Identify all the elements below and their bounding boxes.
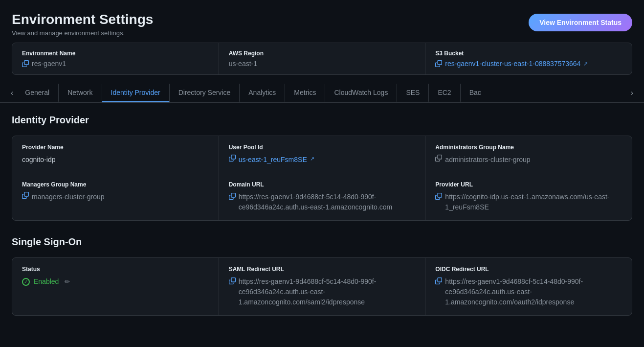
managers-group-name-value: managers-cluster-group [22,192,209,202]
sso-status-cell: Status ✓ Enabled ✏ [12,258,219,315]
tab-list: General Network Identity Provider Direct… [16,84,627,102]
oidc-redirect-url-cell: OIDC Redirect URL https://res-gaenv1-9d4… [425,258,632,315]
copy-icon-admin[interactable] [435,155,442,162]
aws-region-label: AWS Region [229,50,416,57]
tab-scroll-right[interactable]: › [628,85,636,101]
identity-provider-section: Identity Provider Provider Name cognito-… [12,115,632,221]
provider-url: https://cognito-idp.us-east-1.amazonaws.… [445,192,622,212]
copy-icon-pool[interactable] [229,155,236,162]
saml-redirect-url-cell: SAML Redirect URL https://res-gaenv1-9d4… [219,258,426,315]
provider-url-label: Provider URL [435,181,622,188]
domain-url: https://res-gaenv1-9d4688cf-5c14-48d0-99… [239,192,416,212]
env-name: res-gaenv1 [32,60,66,68]
page-title: Environment Settings [12,12,153,27]
copy-icon-s3[interactable] [435,60,442,67]
sso-status-text: Enabled [34,277,59,287]
user-pool-id-link[interactable]: us-east-1_reuFsm8SE [239,155,307,165]
provider-name-label: Provider Name [22,144,209,151]
provider-url-value: https://cognito-idp.us-east-1.amazonaws.… [435,192,622,212]
managers-group-name-label: Managers Group Name [22,181,209,188]
tab-general[interactable]: General [16,84,59,102]
tab-scroll-left[interactable]: ‹ [8,85,16,101]
aws-region-cell: AWS Region us-east-1 [219,43,426,74]
copy-icon-oidc[interactable] [435,278,442,284]
provider-name-cell: Provider Name cognito-idp [12,136,219,173]
user-pool-id-cell: User Pool Id us-east-1_reuFsm8SE ↗ [219,136,426,173]
view-environment-status-button[interactable]: View Environment Status [529,14,632,31]
identity-provider-row-2: Managers Group Name managers-cluster-gro… [12,173,632,220]
saml-redirect-url-label: SAML Redirect URL [229,266,416,273]
managers-group-name-cell: Managers Group Name managers-cluster-gro… [12,173,219,220]
tab-network[interactable]: Network [59,84,102,102]
copy-icon-managers[interactable] [22,192,29,199]
domain-url-label: Domain URL [229,181,416,188]
identity-provider-row-1: Provider Name cognito-idp User Pool Id u… [12,136,632,173]
oidc-redirect-url-label: OIDC Redirect URL [435,266,622,273]
edit-status-icon[interactable]: ✏ [65,277,70,287]
s3-bucket-link[interactable]: res-gaenv1-cluster-us-east-1-08883757366… [445,60,580,68]
s3-bucket-value: res-gaenv1-cluster-us-east-1-08883757366… [435,60,622,68]
status-enabled-indicator: ✓ Enabled ✏ [22,277,70,287]
user-pool-id-value: us-east-1_reuFsm8SE ↗ [229,155,416,165]
admin-group-name-cell: Administrators Group Name administrators… [425,136,632,173]
env-name-label: Environment Name [22,50,209,57]
copy-icon-domain[interactable] [229,193,236,200]
tab-metrics[interactable]: Metrics [285,84,325,102]
single-sign-on-section: Single Sign-On Status ✓ Enabled ✏ [12,236,632,316]
copy-icon-provider[interactable] [435,193,442,200]
domain-url-cell: Domain URL https://res-gaenv1-9d4688cf-5… [219,173,426,220]
environment-info-bar: Environment Name res-gaenv1 AWS Region u… [12,43,632,75]
status-check-mark: ✓ [24,278,28,285]
admin-group-name: administrators-cluster-group [445,155,530,165]
user-pool-id-label: User Pool Id [229,144,416,151]
external-link-icon: ↗ [583,61,588,67]
oidc-redirect-url-value: https://res-gaenv1-9d4688cf-5c14-48d0-99… [435,277,622,307]
aws-region-value: us-east-1 [229,60,416,68]
copy-icon-saml[interactable] [229,278,236,284]
aws-region: us-east-1 [229,60,257,68]
env-name-value: res-gaenv1 [22,60,209,68]
tab-bac[interactable]: Bac [461,84,490,102]
identity-provider-grid: Provider Name cognito-idp User Pool Id u… [12,136,632,221]
sso-status-label: Status [22,266,209,273]
tab-analytics[interactable]: Analytics [240,84,285,102]
identity-provider-title: Identity Provider [12,115,632,126]
admin-group-name-value: administrators-cluster-group [435,155,622,165]
main-content: Identity Provider Provider Name cognito-… [0,103,644,337]
s3-bucket-cell: S3 Bucket res-gaenv1-cluster-us-east-1-0… [425,43,632,74]
env-name-cell: Environment Name res-gaenv1 [12,43,219,74]
saml-redirect-url: https://res-gaenv1-9d4688cf-5c14-48d0-99… [239,277,416,307]
s3-bucket-label: S3 Bucket [435,50,622,57]
saml-redirect-url-value: https://res-gaenv1-9d4688cf-5c14-48d0-99… [229,277,416,307]
tabs-container: ‹ General Network Identity Provider Dire… [0,84,644,103]
single-sign-on-row-1: Status ✓ Enabled ✏ SAML Redirect URL [12,258,632,315]
domain-url-value: https://res-gaenv1-9d4688cf-5c14-48d0-99… [229,192,416,212]
status-circle-icon: ✓ [22,278,30,286]
tab-ses[interactable]: SES [397,84,429,102]
page-header: Environment Settings View and manage env… [0,0,644,43]
user-pool-external-icon: ↗ [310,155,314,163]
oidc-redirect-url: https://res-gaenv1-9d4688cf-5c14-48d0-99… [445,277,622,307]
tab-directory-service[interactable]: Directory Service [170,84,240,102]
single-sign-on-grid: Status ✓ Enabled ✏ SAML Redirect URL [12,257,632,316]
tab-identity-provider[interactable]: Identity Provider [102,84,170,102]
sso-status-value: ✓ Enabled ✏ [22,277,209,287]
provider-url-cell: Provider URL https://cognito-idp.us-east… [425,173,632,220]
tab-ec2[interactable]: EC2 [429,84,460,102]
admin-group-name-label: Administrators Group Name [435,144,622,151]
copy-icon[interactable] [22,60,29,67]
tab-cloudwatch-logs[interactable]: CloudWatch Logs [325,84,397,102]
header-left: Environment Settings View and manage env… [12,12,153,37]
managers-group-name: managers-cluster-group [32,192,105,202]
single-sign-on-title: Single Sign-On [12,236,632,248]
page-subtitle: View and manage environment settings. [12,29,153,37]
provider-name-value: cognito-idp [22,155,209,165]
